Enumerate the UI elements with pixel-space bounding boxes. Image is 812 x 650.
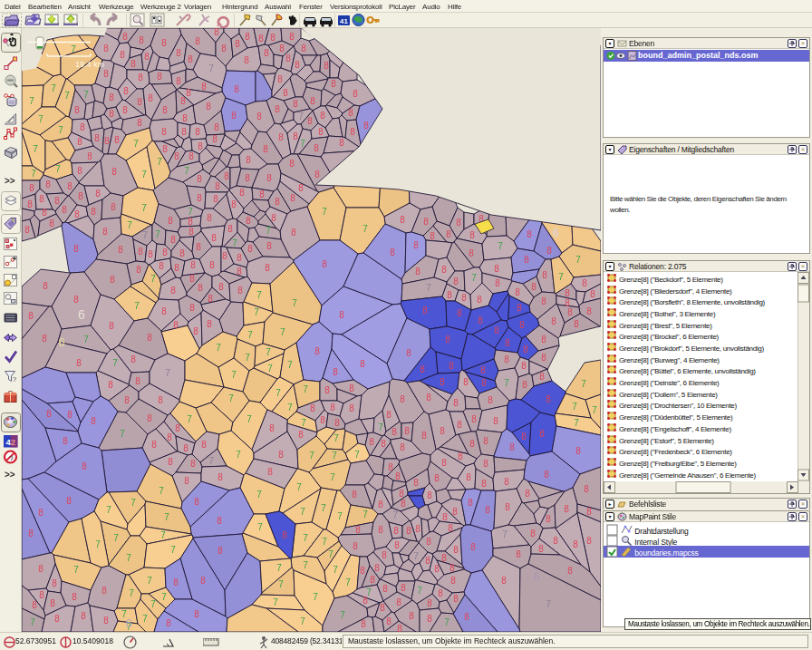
svg-text:8: 8 xyxy=(179,248,185,258)
svg-text:8: 8 xyxy=(353,89,358,99)
svg-text:8: 8 xyxy=(399,489,404,499)
svg-text:8: 8 xyxy=(188,217,193,227)
svg-text:8: 8 xyxy=(231,199,237,209)
svg-text:8: 8 xyxy=(244,55,249,65)
svg-text:8: 8 xyxy=(430,231,435,241)
svg-text:8: 8 xyxy=(217,516,222,526)
svg-text:8: 8 xyxy=(541,353,546,363)
svg-text:8: 8 xyxy=(450,576,456,586)
svg-text:8: 8 xyxy=(386,410,392,420)
svg-text:8: 8 xyxy=(237,253,242,263)
svg-text:7: 7 xyxy=(127,220,132,230)
svg-text:8: 8 xyxy=(415,524,420,534)
svg-text:7: 7 xyxy=(276,563,282,573)
svg-text:8: 8 xyxy=(175,423,180,433)
svg-text:8: 8 xyxy=(104,136,110,146)
svg-text:8: 8 xyxy=(427,598,432,608)
svg-text:7: 7 xyxy=(301,418,306,428)
svg-text:8: 8 xyxy=(189,274,195,284)
svg-text:7: 7 xyxy=(574,418,579,428)
svg-text:7: 7 xyxy=(504,378,509,388)
svg-text:8: 8 xyxy=(469,248,474,258)
svg-text:7: 7 xyxy=(300,507,305,517)
svg-text:8: 8 xyxy=(74,209,80,219)
svg-text:8: 8 xyxy=(29,183,34,193)
svg-text:7: 7 xyxy=(184,166,189,176)
svg-text:8: 8 xyxy=(471,414,477,424)
svg-text:7: 7 xyxy=(330,472,335,482)
svg-text:8: 8 xyxy=(426,537,431,547)
svg-text:8: 8 xyxy=(464,612,469,622)
svg-text:8: 8 xyxy=(291,228,296,238)
svg-text:7: 7 xyxy=(322,207,327,217)
svg-text:8: 8 xyxy=(415,267,420,276)
svg-text:8: 8 xyxy=(173,577,179,587)
svg-text:8: 8 xyxy=(170,235,176,245)
svg-text:7: 7 xyxy=(300,616,305,626)
svg-text:8: 8 xyxy=(184,476,189,486)
svg-text:7: 7 xyxy=(246,414,252,424)
svg-text:7: 7 xyxy=(321,503,326,513)
svg-text:7: 7 xyxy=(292,298,297,308)
svg-text:8: 8 xyxy=(466,472,471,482)
svg-text:7: 7 xyxy=(187,414,192,424)
svg-text:8: 8 xyxy=(222,251,227,261)
svg-text:7: 7 xyxy=(337,511,343,521)
svg-text:8: 8 xyxy=(170,286,176,296)
svg-text:7: 7 xyxy=(502,529,508,539)
svg-text:8: 8 xyxy=(521,432,527,441)
svg-text:8: 8 xyxy=(124,395,130,405)
svg-text:7: 7 xyxy=(133,139,139,149)
svg-text:8: 8 xyxy=(180,96,186,106)
svg-text:8: 8 xyxy=(239,188,245,198)
svg-text:8: 8 xyxy=(495,278,500,288)
svg-text:7: 7 xyxy=(106,505,111,515)
svg-text:8: 8 xyxy=(470,542,476,552)
svg-text:8: 8 xyxy=(283,88,288,98)
svg-text:8: 8 xyxy=(541,296,546,306)
svg-text:8: 8 xyxy=(67,181,72,191)
svg-text:7: 7 xyxy=(592,405,597,415)
svg-text:8: 8 xyxy=(401,583,406,593)
svg-text:8: 8 xyxy=(144,52,150,62)
svg-text:8: 8 xyxy=(208,294,213,304)
svg-text:7: 7 xyxy=(208,63,214,73)
svg-text:8: 8 xyxy=(161,38,167,48)
svg-text:8: 8 xyxy=(39,194,44,204)
svg-text:7: 7 xyxy=(30,617,35,627)
svg-text:8: 8 xyxy=(176,76,181,86)
svg-text:8: 8 xyxy=(574,319,579,329)
svg-text:>>: >> xyxy=(5,470,15,480)
svg-text:7: 7 xyxy=(112,358,118,368)
svg-text:8: 8 xyxy=(138,73,143,82)
svg-text:8: 8 xyxy=(188,227,194,237)
svg-text:8: 8 xyxy=(201,82,207,92)
svg-text:8: 8 xyxy=(77,166,82,176)
svg-text:7: 7 xyxy=(426,282,431,293)
svg-text:8: 8 xyxy=(509,442,515,452)
svg-text:8: 8 xyxy=(162,144,168,154)
svg-text:8: 8 xyxy=(102,227,108,237)
svg-text:8: 8 xyxy=(516,549,521,559)
svg-text:8: 8 xyxy=(427,490,432,500)
svg-text:8: 8 xyxy=(494,264,499,274)
svg-text:8: 8 xyxy=(301,44,306,53)
svg-text:8: 8 xyxy=(324,385,330,395)
svg-text:8: 8 xyxy=(45,179,51,189)
svg-text:8: 8 xyxy=(28,529,34,538)
svg-text:8: 8 xyxy=(584,484,589,494)
svg-text:8: 8 xyxy=(453,594,459,604)
svg-text:8: 8 xyxy=(290,193,295,203)
svg-text:8: 8 xyxy=(39,590,44,600)
svg-text:8: 8 xyxy=(400,394,405,404)
svg-text:7: 7 xyxy=(129,588,134,598)
svg-text:6: 6 xyxy=(533,569,539,583)
svg-text:7: 7 xyxy=(188,207,193,217)
svg-text:8: 8 xyxy=(382,584,388,594)
svg-text:7: 7 xyxy=(141,170,147,179)
svg-text:8: 8 xyxy=(310,96,315,106)
svg-text:7: 7 xyxy=(165,367,170,378)
svg-text:8: 8 xyxy=(314,143,319,153)
svg-text:7: 7 xyxy=(256,490,262,500)
svg-text:8: 8 xyxy=(270,33,276,43)
